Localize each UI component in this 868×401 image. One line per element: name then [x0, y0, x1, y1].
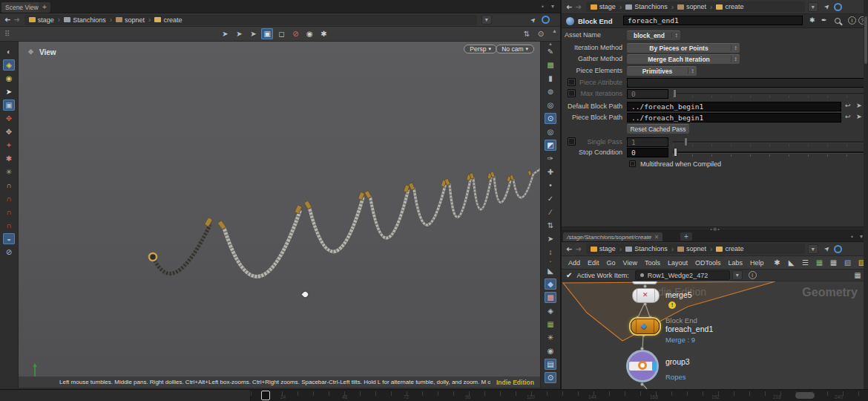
light-icon[interactable]: ⊚ — [545, 86, 556, 97]
fly-mode-icon[interactable]: ◆ — [545, 278, 556, 290]
asterisk-icon[interactable]: ✳ — [545, 332, 556, 343]
node-merge5[interactable]: ✕ — [632, 288, 660, 303]
pane-maximize-icon[interactable]: ▪ — [851, 233, 853, 240]
back-icon[interactable]: ➜ — [566, 3, 572, 11]
network-tab[interactable]: /stage/Stanchions/sopnet/create × — [563, 232, 662, 241]
pane-menu-icon[interactable]: ▾ — [860, 233, 863, 240]
camera-icon[interactable]: ◎ — [545, 100, 556, 111]
frame-field[interactable] — [795, 392, 815, 399]
menu-edit[interactable]: Edit — [587, 258, 600, 267]
shaded-mode-icon[interactable]: ◉ — [303, 28, 315, 39]
toolbar-grip-icon[interactable]: ⠿ — [4, 30, 9, 38]
close-tab-icon[interactable]: × — [654, 233, 658, 241]
brush-icon[interactable]: ✒ — [821, 16, 827, 24]
info-icon[interactable]: i — [848, 16, 856, 25]
work-item-checkbox[interactable]: ✔ — [566, 271, 572, 279]
display-options-icon[interactable]: ✱ — [318, 28, 329, 39]
breadcrumb-stage[interactable]: stage — [591, 3, 616, 10]
list-icon[interactable]: ☰ — [800, 257, 812, 268]
breadcrumb-stanchions[interactable]: Stanchions — [625, 3, 668, 10]
spinner-icon[interactable]: ↕ — [731, 56, 740, 62]
annotate-icon[interactable]: ✎ — [545, 46, 556, 57]
iteration-method-select[interactable]: By Pieces or Points ↕ — [627, 43, 740, 53]
dot-icon[interactable]: • — [545, 180, 556, 191]
slash-icon[interactable]: ∕ — [545, 206, 556, 218]
breadcrumb-sopnet[interactable]: sopnet — [116, 16, 145, 24]
forward-icon[interactable]: ➜ — [575, 3, 581, 11]
lock-icon[interactable]: ▣ — [3, 100, 15, 111]
menu-odtools[interactable]: ODTools — [694, 258, 722, 267]
view-gizmo-icon[interactable]: ✥ — [26, 48, 36, 56]
breadcrumb-create[interactable]: create — [154, 16, 182, 24]
linked-group-icon[interactable] — [834, 3, 842, 11]
menu-go[interactable]: Go — [606, 258, 617, 267]
no-selection-icon[interactable]: ⊘ — [289, 28, 301, 39]
menu-labs[interactable]: Labs — [727, 258, 743, 267]
viewport-menu-icon[interactable]: ⊙ — [535, 28, 547, 39]
texture-view-icon[interactable]: ▩ — [545, 292, 556, 303]
menu-layout[interactable]: Layout — [667, 258, 688, 267]
new-tab-button[interactable]: + — [39, 2, 50, 12]
secure-selection-icon[interactable]: ◉ — [3, 73, 15, 84]
sort-order-icon[interactable]: ⇅ — [521, 28, 533, 39]
breadcrumb-create[interactable]: create — [716, 245, 743, 252]
drag-select-icon[interactable]: ➤ — [247, 28, 259, 39]
max-iterations-slider[interactable] — [673, 89, 864, 99]
search-icon[interactable] — [835, 18, 841, 24]
linked-group-icon[interactable] — [542, 16, 550, 24]
single-pass-slider[interactable] — [673, 137, 864, 147]
node-name-field[interactable]: foreach_end1 — [623, 16, 803, 25]
pose-jack-icon[interactable]: ✥ — [3, 126, 15, 137]
snap-point-icon[interactable]: ∩ — [3, 206, 15, 218]
op-path-chooser-icon[interactable]: ➤ — [856, 102, 862, 109]
path-dropdown-icon[interactable]: ▾ — [808, 244, 818, 254]
menu-add[interactable]: Add — [568, 258, 581, 267]
max-iterations-field[interactable]: 0 — [627, 89, 668, 99]
skeleton-tool-icon[interactable]: ✱ — [3, 153, 15, 164]
breadcrumb-sopnet[interactable]: sopnet — [677, 3, 706, 10]
back-icon[interactable]: ➜ — [566, 245, 572, 253]
check-icon[interactable]: ✓ — [545, 193, 556, 204]
view-op-icon[interactable]: ◻ — [275, 28, 287, 39]
pin-pane-icon[interactable]: ➤ — [822, 2, 831, 11]
crop-icon[interactable]: ✑ — [545, 153, 556, 164]
grid-icon[interactable]: ▦ — [828, 257, 840, 268]
pin-pane-icon[interactable]: ➤ — [822, 244, 831, 253]
handles-tool-icon[interactable]: ◈ — [3, 59, 15, 71]
panel-icon[interactable]: ▤ — [545, 359, 556, 370]
anchor-tool-icon[interactable]: ✦ — [3, 140, 15, 151]
gather-method-select[interactable]: Merge Each Iteration ↕ — [627, 54, 740, 64]
swap-icon[interactable]: ⇅ — [545, 220, 556, 231]
piece-block-path-field[interactable]: ../foreach_begin1 — [627, 113, 841, 123]
breadcrumb-stage[interactable]: stage — [591, 245, 616, 252]
wrench-icon[interactable]: ✱ — [772, 257, 783, 268]
spinner-icon[interactable]: ↕ — [671, 32, 680, 39]
node-group3[interactable] — [626, 350, 659, 382]
gem-icon[interactable]: ◈ — [545, 305, 556, 316]
pane-maximize-icon[interactable]: ▪ — [542, 3, 544, 10]
snap-grid-icon[interactable]: ∩ — [3, 180, 15, 191]
hand-icon[interactable]: ➤ — [545, 233, 556, 244]
new-tab-button[interactable]: + — [680, 232, 692, 241]
warning-badge[interactable]: ! — [668, 301, 676, 309]
stop-condition-field[interactable]: 0 — [627, 148, 668, 157]
scene-viewport[interactable]: ✥ View Persp ▾ No cam ▾ Left mouse tumbl… — [19, 42, 540, 388]
forward-icon[interactable]: ➜ — [575, 245, 581, 253]
node-output-dot[interactable] — [640, 382, 644, 386]
stop-condition-slider[interactable] — [673, 148, 864, 157]
spinner-icon[interactable]: ↕ — [731, 45, 740, 51]
paint-tool-icon[interactable]: ✳ — [3, 166, 15, 177]
reset-cached-pass-button[interactable]: Reset Cached Pass — [627, 124, 689, 134]
asset-name-select[interactable]: block_end ↕ — [627, 30, 680, 40]
breadcrumb-stanchions[interactable]: Stanchions — [625, 245, 668, 252]
node-partial[interactable] — [632, 281, 657, 284]
node-foreach-end1[interactable]: ◆ — [631, 319, 660, 334]
scrollbar-thumb[interactable] — [864, 16, 867, 64]
ruler-icon[interactable]: ◣ — [786, 257, 798, 268]
breadcrumb-stanchions[interactable]: Stanchions — [64, 16, 106, 24]
snap-prim-icon[interactable]: ∩ — [3, 193, 15, 204]
network-canvas[interactable]: Indie Edition Geometry ✕ merge5 ! ◆ — [562, 281, 868, 389]
menu-help[interactable]: Help — [749, 258, 765, 267]
sop-state-icon[interactable]: ▣ — [261, 28, 273, 39]
pointer-select-icon[interactable]: ➤ — [233, 28, 245, 39]
